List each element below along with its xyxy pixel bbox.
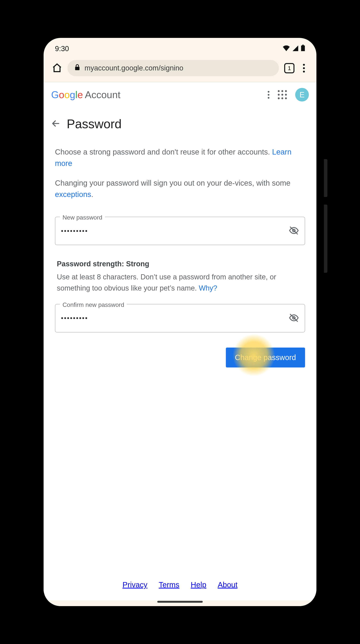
status-time: 9:30 xyxy=(55,45,69,53)
phone-frame: 9:30 myaccount.g xyxy=(36,30,324,614)
tab-count: 1 xyxy=(288,65,291,72)
action-row: Change password xyxy=(44,332,316,368)
confirm-password-field-wrap: Confirm new password xyxy=(55,304,305,332)
avatar-initial: E xyxy=(300,90,305,99)
account-avatar[interactable]: E xyxy=(295,88,309,102)
svg-rect-2 xyxy=(75,67,80,70)
apps-grid-icon[interactable] xyxy=(278,90,287,99)
footer-help-link[interactable]: Help xyxy=(191,580,206,589)
svg-rect-0 xyxy=(301,46,305,51)
tabs-button[interactable]: 1 xyxy=(284,63,294,73)
status-icons xyxy=(283,45,305,53)
footer-terms-link[interactable]: Terms xyxy=(159,580,180,589)
back-arrow-icon[interactable] xyxy=(51,119,60,129)
lock-icon xyxy=(74,64,80,72)
gesture-nav-bar xyxy=(44,600,316,606)
footer-links: Privacy Terms Help About xyxy=(44,573,316,600)
phone-side-button xyxy=(324,204,328,273)
page-title: Password xyxy=(67,117,122,131)
browser-toolbar: myaccount.google.com/signino 1 xyxy=(44,56,316,82)
app-header: G o o g l e Account E xyxy=(44,82,316,105)
page-title-row: Password xyxy=(44,105,316,135)
intro-text: Choose a strong password and don't reuse… xyxy=(44,135,316,208)
visibility-off-icon[interactable] xyxy=(289,226,299,236)
change-password-button[interactable]: Change password xyxy=(226,348,305,368)
address-bar[interactable]: myaccount.google.com/signino xyxy=(68,60,279,76)
nav-handle[interactable] xyxy=(157,601,203,603)
footer-privacy-link[interactable]: Privacy xyxy=(122,580,148,589)
home-icon[interactable] xyxy=(52,63,62,74)
battery-icon xyxy=(301,45,305,53)
visibility-off-icon[interactable] xyxy=(289,313,299,324)
confirm-password-label: Confirm new password xyxy=(60,301,127,308)
wifi-icon xyxy=(283,45,290,53)
url-text: myaccount.google.com/signino xyxy=(84,64,184,72)
page-menu-icon[interactable] xyxy=(268,91,270,99)
why-link[interactable]: Why? xyxy=(199,284,217,292)
browser-menu-icon[interactable] xyxy=(300,64,308,72)
cellular-icon xyxy=(292,45,298,53)
google-account-logo[interactable]: G o o g l e Account xyxy=(51,89,120,100)
new-password-field-wrap: New password xyxy=(55,217,305,245)
new-password-input[interactable] xyxy=(61,227,289,235)
svg-rect-1 xyxy=(302,45,304,46)
password-strength-label: Password strength: Strong xyxy=(57,258,303,270)
new-password-label: New password xyxy=(60,214,105,221)
page-content: G o o g l e Account E xyxy=(44,82,316,606)
footer-about-link[interactable]: About xyxy=(218,580,238,589)
phone-side-button xyxy=(324,159,328,197)
screen: 9:30 myaccount.g xyxy=(44,38,316,606)
exceptions-link[interactable]: exceptions xyxy=(55,190,91,198)
password-strength-block: Password strength: Strong Use at least 8… xyxy=(44,245,316,294)
confirm-password-input[interactable] xyxy=(61,314,289,322)
status-bar: 9:30 xyxy=(44,38,316,56)
